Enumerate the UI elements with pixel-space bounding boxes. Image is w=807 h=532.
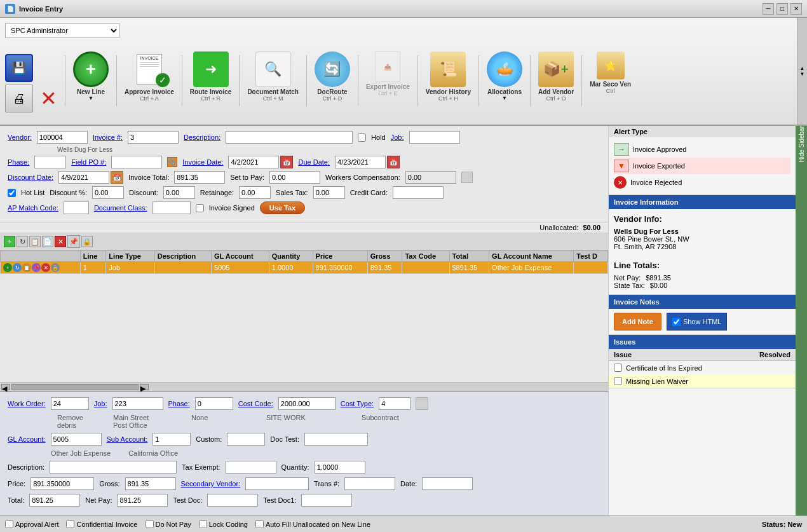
grid-col-gross[interactable]: Gross xyxy=(367,251,402,262)
due-date-cal-button[interactable]: 📅 xyxy=(387,156,400,168)
lock-coding-checkbox[interactable] xyxy=(199,520,207,528)
secondary-vendor-label[interactable]: Secondary Vendor: xyxy=(181,480,241,488)
quantity-input[interactable] xyxy=(315,461,365,474)
cost-type-label[interactable]: Cost Type: xyxy=(341,400,374,407)
cost-type-input[interactable] xyxy=(379,397,410,410)
minimize-button[interactable]: ─ xyxy=(763,3,774,15)
row-icon-5[interactable]: ✕ xyxy=(41,263,50,272)
maximize-button[interactable]: □ xyxy=(776,3,788,15)
retainage-input[interactable] xyxy=(239,186,271,199)
hot-list-checkbox[interactable] xyxy=(8,189,16,197)
sales-tax-input[interactable] xyxy=(313,186,345,199)
gl-account-label[interactable]: GL Account: xyxy=(8,435,46,443)
scroll-thumb[interactable] xyxy=(11,384,139,390)
sub-account-input[interactable] xyxy=(153,433,191,446)
test-doc-input[interactable] xyxy=(207,494,258,507)
grid-wrapper[interactable]: Line Line Type Description GL Account Qu… xyxy=(0,250,608,382)
grid-col-quantity[interactable]: Quantity xyxy=(269,251,313,262)
trans-input[interactable] xyxy=(344,477,395,490)
ap-match-input[interactable] xyxy=(64,201,89,214)
show-html-checkbox[interactable] xyxy=(672,318,681,326)
job-input[interactable] xyxy=(409,131,460,144)
table-row[interactable]: + ↻ 📋 📌 ✕ 🔒 1 Job xyxy=(1,262,608,274)
detail-desc-input[interactable] xyxy=(50,461,177,474)
net-pay-input[interactable] xyxy=(117,494,168,507)
work-order-input[interactable] xyxy=(51,397,89,410)
credit-card-input[interactable] xyxy=(393,186,444,199)
row-icon-4[interactable]: 📌 xyxy=(32,263,41,272)
print-button[interactable]: 🖨 xyxy=(5,85,33,113)
tax-exempt-input[interactable] xyxy=(226,461,276,474)
docroute-button[interactable]: 🔄 DocRoute Ctrl + D xyxy=(309,49,355,104)
grid-col-taxcode[interactable]: Tax Code xyxy=(402,251,449,262)
phase-label[interactable]: Phase: xyxy=(8,158,29,166)
vendor-label[interactable]: Vendor: xyxy=(8,133,32,141)
discount-pct-input[interactable] xyxy=(92,186,124,199)
confidential-invoice-checkbox[interactable] xyxy=(66,520,74,528)
grid-lock-button[interactable]: 🔒 xyxy=(81,236,93,247)
phase-input[interactable] xyxy=(34,156,66,168)
issue-1-checkbox[interactable] xyxy=(614,364,622,372)
title-bar-controls[interactable]: ─ □ ✕ xyxy=(763,3,802,15)
document-class-label[interactable]: Document Class: xyxy=(94,204,147,212)
total-input[interactable] xyxy=(29,494,80,507)
description-input[interactable] xyxy=(226,131,353,144)
vendor-input[interactable] xyxy=(37,131,88,144)
close-button[interactable]: ✕ xyxy=(790,3,802,15)
grid-info-button[interactable]: 📌 xyxy=(67,235,80,248)
invoice-signed-checkbox[interactable] xyxy=(196,204,204,212)
cost-code-label[interactable]: Cost Code: xyxy=(238,400,273,407)
export-invoice-button[interactable]: 📤 Export Invoice Ctrl + E xyxy=(361,49,415,99)
workers-comp-btn[interactable] xyxy=(461,172,473,183)
grid-col-glaccountname[interactable]: GL Account Name xyxy=(489,251,574,262)
gl-account-input[interactable] xyxy=(51,433,102,446)
grid-col-price[interactable]: Price xyxy=(313,251,367,262)
invoice-total-input[interactable] xyxy=(174,171,225,184)
sub-account-label[interactable]: Sub Account: xyxy=(107,435,148,443)
job-label[interactable]: Job: xyxy=(391,133,404,141)
invoice-date-input[interactable] xyxy=(228,156,279,168)
grid-col-line[interactable]: Line xyxy=(80,251,106,262)
delete-button[interactable]: ✕ xyxy=(34,85,62,113)
discount-date-input[interactable] xyxy=(58,171,109,184)
document-class-input[interactable] xyxy=(153,201,191,214)
toolbar-user[interactable]: SPC Administrator xyxy=(5,23,119,38)
detail-job-label[interactable]: Job: xyxy=(94,400,107,407)
test-doc1-input[interactable] xyxy=(301,494,352,507)
approval-alert-checkbox[interactable] xyxy=(5,520,13,528)
gross-input[interactable] xyxy=(125,477,176,490)
field-po-input[interactable] xyxy=(111,156,162,168)
detail-phase-label[interactable]: Phase: xyxy=(168,400,190,407)
mar-button[interactable]: ⭐ Mar Seco Ven Ctrl xyxy=(585,49,636,97)
row-icon-1[interactable]: + xyxy=(3,263,12,272)
date-input[interactable] xyxy=(422,477,473,490)
secondary-vendor-input[interactable] xyxy=(245,477,309,490)
grid-col-glaccount[interactable]: GL Account xyxy=(211,251,269,262)
field-po-label[interactable]: Field PO #: xyxy=(71,158,106,166)
grid-delete-button[interactable]: ✕ xyxy=(55,236,66,247)
workers-comp-input[interactable] xyxy=(405,171,456,184)
issue-2-checkbox[interactable] xyxy=(614,377,622,385)
hold-checkbox[interactable] xyxy=(358,133,366,142)
invoice-hash-label[interactable]: Invoice #: xyxy=(93,133,123,141)
field-po-icon[interactable]: 📎 xyxy=(167,157,177,167)
user-select[interactable]: SPC Administrator xyxy=(5,23,119,38)
doc-test-input[interactable] xyxy=(304,433,368,446)
set-to-pay-input[interactable] xyxy=(269,171,320,184)
custom-input[interactable] xyxy=(227,433,265,446)
do-not-pay-checkbox[interactable] xyxy=(146,520,154,528)
auto-fill-checkbox[interactable] xyxy=(255,520,264,528)
row-icon-6[interactable]: 🔒 xyxy=(51,263,60,272)
grid-col-description[interactable]: Description xyxy=(154,251,211,262)
save-button[interactable]: 💾 xyxy=(5,54,33,82)
cost-code-input[interactable] xyxy=(278,397,336,410)
use-tax-button[interactable]: Use Tax xyxy=(260,201,305,214)
hide-sidebar-button[interactable]: Hide Sidebar xyxy=(796,126,807,515)
grid-add-button[interactable]: + xyxy=(4,236,15,247)
grid-refresh-button[interactable]: ↻ xyxy=(17,236,28,247)
add-note-button[interactable]: Add Note xyxy=(614,313,661,331)
document-match-button[interactable]: 🔍 Document Match Ctrl + M xyxy=(242,49,304,104)
due-date-input[interactable] xyxy=(335,156,386,168)
price-input[interactable] xyxy=(31,477,94,490)
h-scrollbar[interactable]: ◀ ▶ xyxy=(0,382,608,391)
